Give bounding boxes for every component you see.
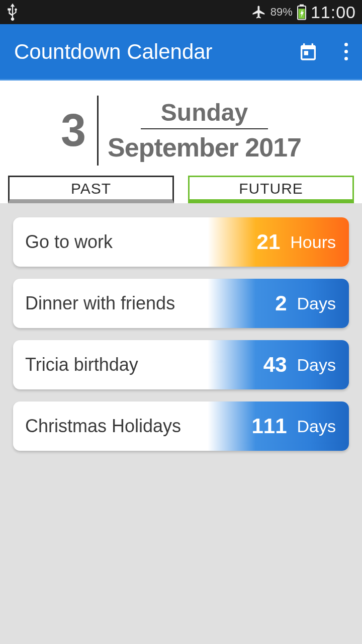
events-list: Go to work 21 Hours Dinner with friends … bbox=[0, 203, 362, 451]
event-count-number: 43 bbox=[263, 353, 287, 377]
status-clock: 11:00 bbox=[311, 3, 356, 22]
date-month-year: September 2017 bbox=[108, 129, 301, 163]
event-count-number: 2 bbox=[275, 291, 287, 315]
date-day-number: 3 bbox=[61, 96, 97, 166]
app-title: Countdown Calendar bbox=[14, 40, 213, 64]
battery-percentage: 89% bbox=[270, 6, 293, 19]
current-date-header: 3 Sunday September 2017 bbox=[0, 80, 362, 176]
usb-icon bbox=[6, 3, 19, 21]
date-divider bbox=[97, 96, 99, 166]
battery-charging-icon bbox=[297, 4, 307, 20]
airplane-mode-icon bbox=[251, 5, 266, 20]
event-count-unit: Days bbox=[297, 294, 336, 313]
event-count-number: 21 bbox=[257, 230, 281, 254]
event-countdown: 21 Hours bbox=[208, 217, 349, 267]
svg-rect-1 bbox=[300, 5, 304, 7]
app-bar-actions bbox=[298, 41, 350, 62]
event-count-unit: Days bbox=[297, 417, 336, 436]
tab-future[interactable]: FUTURE bbox=[188, 176, 354, 203]
event-card[interactable]: Go to work 21 Hours bbox=[13, 217, 349, 267]
event-countdown: 43 Days bbox=[208, 340, 349, 389]
event-countdown: 2 Days bbox=[208, 279, 349, 328]
event-count-unit: Days bbox=[297, 355, 336, 375]
event-card[interactable]: Tricia birthday 43 Days bbox=[13, 340, 349, 389]
more-options-icon[interactable] bbox=[342, 41, 350, 62]
tab-past[interactable]: PAST bbox=[8, 176, 174, 203]
event-card[interactable]: Christmas Holidays 111 Days bbox=[13, 401, 349, 451]
event-title: Tricia birthday bbox=[13, 340, 208, 389]
android-status-bar: 89% 11:00 bbox=[0, 0, 362, 24]
event-countdown: 111 Days bbox=[208, 401, 349, 451]
calendar-today-icon[interactable] bbox=[298, 42, 318, 62]
event-title: Christmas Holidays bbox=[13, 401, 208, 451]
status-right: 89% 11:00 bbox=[251, 3, 356, 22]
event-count-number: 111 bbox=[251, 414, 287, 438]
date-weekday: Sunday bbox=[141, 99, 268, 129]
status-left bbox=[6, 3, 19, 21]
event-count-unit: Hours bbox=[290, 232, 336, 252]
event-card[interactable]: Dinner with friends 2 Days bbox=[13, 279, 349, 328]
app-bar: Countdown Calendar bbox=[0, 24, 362, 80]
event-title: Go to work bbox=[13, 217, 208, 267]
event-title: Dinner with friends bbox=[13, 279, 208, 328]
time-tabs: PAST FUTURE bbox=[0, 176, 362, 203]
